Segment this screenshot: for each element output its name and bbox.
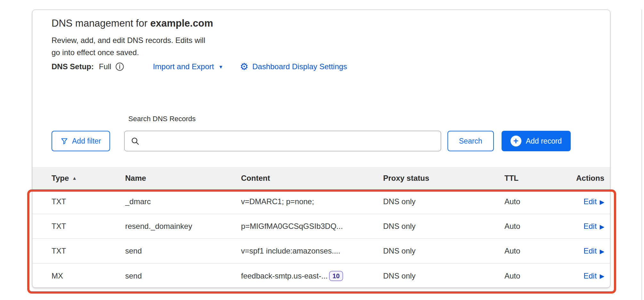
page-title-domain: example.com xyxy=(150,18,213,29)
cell-proxy-status: DNS only xyxy=(383,246,504,255)
edit-arrow-icon: ▶ xyxy=(600,248,604,254)
info-icon[interactable] xyxy=(115,62,124,71)
table-row: TXT _dmarc v=DMARC1; p=none; DNS only Au… xyxy=(32,189,610,214)
table-row: MX send feedback-smtp.us-east-... 10 DNS… xyxy=(32,263,610,288)
column-header-ttl: TTL xyxy=(504,174,564,183)
add-filter-button[interactable]: Add filter xyxy=(52,131,110,151)
chevron-down-icon: ▼ xyxy=(218,64,223,69)
column-header-name: Name xyxy=(125,174,241,183)
filter-funnel-icon xyxy=(60,137,68,145)
add-record-label: Add record xyxy=(526,137,562,146)
cell-proxy-status: DNS only xyxy=(383,271,504,280)
cell-actions: Edit ▶ xyxy=(584,271,604,280)
cell-type: MX xyxy=(52,271,125,280)
page-title-prefix: DNS management for xyxy=(52,18,148,29)
import-export-label: Import and Export xyxy=(153,62,214,71)
import-export-link[interactable]: Import and Export ▼ xyxy=(153,62,223,71)
cell-content: feedback-smtp.us-east-... 10 xyxy=(241,271,383,281)
edit-label: Edit xyxy=(584,222,597,231)
dashboard-display-settings-label: Dashboard Display Settings xyxy=(252,62,347,71)
table-header-row: Type ▲ Name Content Proxy status TTL Act… xyxy=(32,167,610,189)
edit-label: Edit xyxy=(584,246,597,255)
dns-management-card: DNS management for example.com Review, a… xyxy=(32,10,610,288)
table-row: TXT resend._domainkey p=MIGfMA0GCSqGSIb3… xyxy=(32,214,610,239)
cell-actions: Edit ▶ xyxy=(584,222,604,231)
dns-setup-label: DNS Setup: xyxy=(52,62,94,71)
cell-ttl: Auto xyxy=(504,222,564,231)
edit-arrow-icon: ▶ xyxy=(600,199,604,205)
edit-label: Edit xyxy=(584,197,597,206)
search-icon xyxy=(131,137,140,147)
search-button[interactable]: Search xyxy=(447,131,494,151)
cell-content: v=spf1 include:amazonses.... xyxy=(241,246,383,255)
dns-setup-value: Full xyxy=(99,62,111,71)
cell-proxy-status: DNS only xyxy=(383,222,504,231)
cell-content: v=DMARC1; p=none; xyxy=(241,197,383,206)
dns-setup-row: DNS Setup: Full Import and Export ▼ ⚙ Da… xyxy=(52,62,347,71)
edit-label: Edit xyxy=(584,271,597,280)
adjacent-panel-edge xyxy=(641,10,642,300)
cell-ttl: Auto xyxy=(504,246,564,255)
plus-icon: + xyxy=(511,136,521,146)
controls-row: Add filter Search + Add record xyxy=(52,131,571,151)
page-title: DNS management for example.com xyxy=(52,18,213,29)
cell-type: TXT xyxy=(52,246,125,255)
column-header-content: Content xyxy=(241,174,383,183)
cell-type: TXT xyxy=(52,197,125,206)
column-header-proxy-status: Proxy status xyxy=(383,174,504,183)
search-records-label: Search DNS Records xyxy=(128,115,196,123)
cell-actions: Edit ▶ xyxy=(584,246,604,255)
add-record-button[interactable]: + Add record xyxy=(502,131,571,151)
cell-name: send xyxy=(125,246,241,255)
edit-record-link[interactable]: Edit ▶ xyxy=(584,222,604,231)
edit-record-link[interactable]: Edit ▶ xyxy=(584,246,604,255)
gear-icon: ⚙ xyxy=(240,62,248,71)
add-filter-label: Add filter xyxy=(72,137,101,146)
page-description: Review, add, and edit DNS records. Edits… xyxy=(52,34,205,59)
cell-content-text: feedback-smtp.us-east-... xyxy=(241,271,328,280)
cell-ttl: Auto xyxy=(504,197,564,206)
cell-proxy-status: DNS only xyxy=(383,197,504,206)
search-box xyxy=(124,131,441,151)
edit-arrow-icon: ▶ xyxy=(600,273,604,279)
edit-record-link[interactable]: Edit ▶ xyxy=(584,197,604,206)
cell-ttl: Auto xyxy=(504,271,564,280)
search-input[interactable] xyxy=(124,131,441,151)
mx-priority-badge: 10 xyxy=(329,271,343,281)
cell-content: p=MIGfMA0GCSqGSIb3DQ... xyxy=(241,222,383,231)
cell-type: TXT xyxy=(52,222,125,231)
sort-ascending-icon: ▲ xyxy=(72,175,77,181)
dns-management-page: DNS management for example.com Review, a… xyxy=(0,0,644,300)
dashboard-display-settings-link[interactable]: ⚙ Dashboard Display Settings xyxy=(240,62,347,71)
cell-name: _dmarc xyxy=(125,197,241,206)
table-body: TXT _dmarc v=DMARC1; p=none; DNS only Au… xyxy=(32,189,610,288)
cell-name: resend._domainkey xyxy=(125,222,241,231)
cell-actions: Edit ▶ xyxy=(584,197,604,206)
edit-arrow-icon: ▶ xyxy=(600,224,604,230)
column-header-type[interactable]: Type ▲ xyxy=(52,174,125,183)
column-header-type-label: Type xyxy=(52,174,69,183)
edit-record-link[interactable]: Edit ▶ xyxy=(584,271,604,280)
cell-name: send xyxy=(125,271,241,280)
column-header-actions: Actions xyxy=(576,174,604,183)
table-row: TXT send v=spf1 include:amazonses.... DN… xyxy=(32,239,610,263)
